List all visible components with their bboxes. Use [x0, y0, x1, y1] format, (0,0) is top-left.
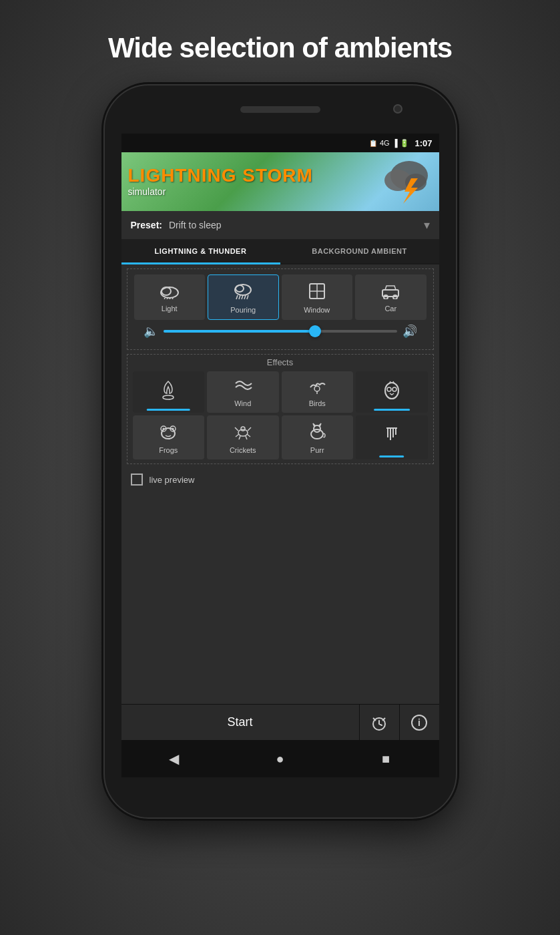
- sim-icon: 📋: [369, 140, 377, 147]
- tab-ambient[interactable]: BACKGROUND AMBIENT: [280, 239, 439, 263]
- fire-icon: [159, 380, 178, 403]
- effect-frogs-label: Frogs: [159, 446, 178, 454]
- screen: 📋 4G ▐ 🔋 1:07 LIGHTNING STORM simulator: [121, 134, 439, 777]
- status-icons: 📋 4G ▐ 🔋 1:07: [369, 138, 433, 148]
- alarm-button[interactable]: [359, 705, 399, 740]
- effects-title: Effects: [133, 357, 428, 367]
- volume-high-icon: 🔊: [402, 324, 417, 339]
- effect-item-owl[interactable]: [356, 371, 428, 413]
- effect-item-campfire[interactable]: [133, 371, 205, 413]
- volume-row[interactable]: 🔈 🔊: [134, 320, 427, 344]
- phone-shell: 📋 4G ▐ 🔋 1:07 LIGHTNING STORM simulator: [103, 84, 457, 819]
- bottom-action-bar: Start i: [121, 704, 439, 740]
- effect-item-crickets[interactable]: Crickets: [207, 415, 279, 459]
- volume-slider-fill: [164, 330, 316, 333]
- sound-item-light[interactable]: Light: [134, 274, 206, 320]
- app-content: Preset: Drift to sleep ▾ LIGHTNING & THU…: [121, 211, 439, 777]
- cloud-rain-icon: [233, 282, 253, 303]
- preset-row[interactable]: Preset: Drift to sleep ▾: [121, 211, 439, 239]
- car-icon: [380, 283, 401, 302]
- start-button[interactable]: Start: [121, 705, 359, 740]
- tabs-bar: LIGHTNING & THUNDER BACKGROUND AMBIENT: [121, 239, 439, 264]
- battery-icon: 🔋: [400, 139, 409, 148]
- page-title: Wide selection of ambients: [108, 32, 452, 64]
- storm-cloud-icon: [372, 157, 433, 207]
- effect-birds-label: Birds: [309, 399, 326, 407]
- svg-point-22: [163, 428, 165, 430]
- chime-icon: [382, 425, 401, 448]
- wind-icon: [233, 378, 253, 397]
- banner-text: LIGHTNING STORM simulator: [128, 166, 313, 197]
- svg-point-15: [314, 386, 320, 391]
- preset-chevron-icon: ▾: [424, 218, 430, 232]
- live-preview-checkbox[interactable]: [131, 474, 143, 486]
- effects-section: Effects: [127, 354, 434, 464]
- cricket-icon: [234, 422, 252, 443]
- svg-point-17: [387, 387, 391, 391]
- info-button[interactable]: i: [399, 705, 439, 740]
- effect-purr-label: Purr: [310, 446, 324, 454]
- signal-bars: ▐: [392, 139, 398, 147]
- svg-line-26: [248, 427, 251, 431]
- cat-icon: [308, 422, 326, 443]
- sound-grid: Light Pouring: [134, 274, 427, 320]
- svg-point-32: [311, 429, 323, 439]
- sound-item-car[interactable]: Car: [355, 274, 427, 320]
- effect-item-chime[interactable]: [356, 415, 428, 459]
- sound-pouring-label: Pouring: [230, 306, 256, 314]
- effect-crickets-label: Crickets: [230, 446, 256, 454]
- status-time: 1:07: [414, 138, 432, 148]
- preset-value: Drift to sleep: [169, 220, 424, 230]
- svg-line-27: [236, 434, 239, 437]
- svg-text:i: i: [418, 717, 421, 728]
- app-banner: LIGHTNING STORM simulator: [121, 152, 439, 211]
- sound-section: Light Pouring: [127, 268, 434, 350]
- live-preview-row[interactable]: live preview: [121, 468, 439, 491]
- svg-point-7: [236, 285, 244, 292]
- volume-slider-thumb[interactable]: [309, 325, 321, 337]
- svg-line-25: [235, 427, 238, 431]
- phone-top-bezel: [105, 85, 456, 134]
- svg-point-18: [392, 387, 396, 391]
- effect-item-frogs[interactable]: Frogs: [133, 415, 205, 459]
- svg-point-5: [162, 287, 171, 295]
- svg-line-28: [247, 434, 250, 437]
- window-icon: [308, 282, 326, 303]
- signal-label: 4G: [380, 139, 390, 147]
- nav-back-button[interactable]: ◀: [161, 745, 188, 772]
- nav-home-button[interactable]: ●: [266, 745, 293, 772]
- svg-point-31: [241, 427, 245, 431]
- nav-recents-button[interactable]: ■: [372, 745, 399, 772]
- nav-bar: ◀ ● ■: [121, 740, 439, 777]
- effect-item-birds[interactable]: Birds: [282, 371, 354, 413]
- sound-item-window[interactable]: Window: [282, 274, 353, 320]
- preset-label: Preset:: [131, 220, 162, 230]
- volume-slider-track[interactable]: [164, 330, 397, 333]
- effect-item-wind[interactable]: Wind: [207, 371, 279, 413]
- sound-item-pouring[interactable]: Pouring: [208, 274, 279, 320]
- banner-subtitle: simulator: [128, 186, 313, 197]
- volume-low-icon: 🔈: [144, 324, 158, 339]
- svg-point-14: [163, 395, 174, 399]
- svg-line-29: [239, 436, 240, 439]
- effect-bar-chime: [379, 455, 404, 457]
- svg-point-23: [172, 428, 174, 430]
- phone-bottom-bezel: [105, 777, 456, 817]
- sound-window-label: Window: [304, 306, 330, 314]
- cloud-light-icon: [160, 283, 180, 302]
- tab-lightning[interactable]: LIGHTNING & THUNDER: [121, 239, 280, 263]
- effect-bar-owl: [374, 409, 410, 411]
- sound-light-label: Light: [162, 305, 178, 313]
- svg-line-30: [246, 436, 247, 439]
- sound-car-label: Car: [384, 305, 396, 313]
- bird-icon: [308, 378, 326, 397]
- effect-bar-campfire: [147, 409, 190, 411]
- frog-icon: [158, 422, 178, 443]
- status-bar: 📋 4G ▐ 🔋 1:07: [121, 134, 439, 152]
- phone-speaker: [240, 106, 320, 113]
- owl-icon: [382, 380, 401, 403]
- banner-title: LIGHTNING STORM: [128, 166, 313, 185]
- effect-wind-label: Wind: [234, 399, 251, 407]
- effects-grid: Wind Birds: [133, 371, 428, 459]
- effect-item-purr[interactable]: Purr: [282, 415, 354, 459]
